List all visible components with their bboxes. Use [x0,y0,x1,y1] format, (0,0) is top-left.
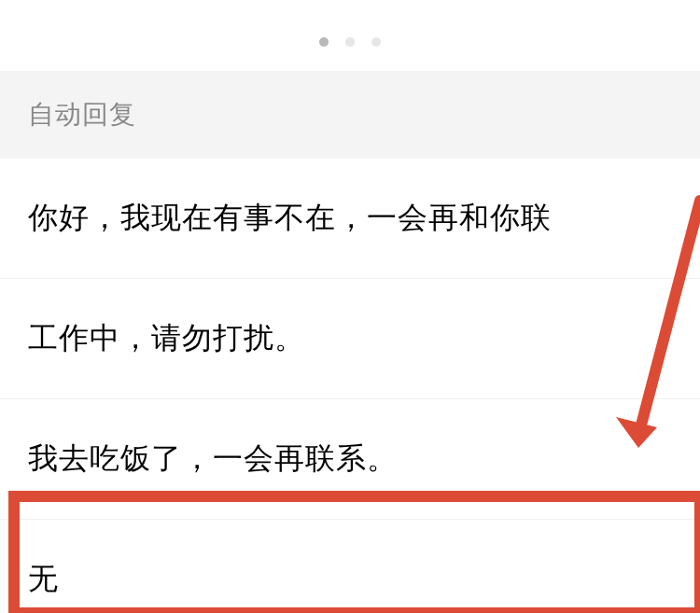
list-item[interactable]: 你好，我现在有事不在，一会再和你联 [0,159,700,279]
pagination-indicator [0,0,700,71]
page-dot-active [319,37,329,47]
page-dot [345,37,355,47]
list-item[interactable]: 无 [0,520,700,613]
auto-reply-list: 你好，我现在有事不在，一会再和你联 工作中，请勿打扰。 我去吃饭了，一会再联系。… [0,159,700,613]
list-item[interactable]: 我去吃饭了，一会再联系。 [0,399,700,520]
page-dot [371,37,381,47]
section-header: 自动回复 [0,71,700,159]
list-item[interactable]: 工作中，请勿打扰。 [0,279,700,399]
